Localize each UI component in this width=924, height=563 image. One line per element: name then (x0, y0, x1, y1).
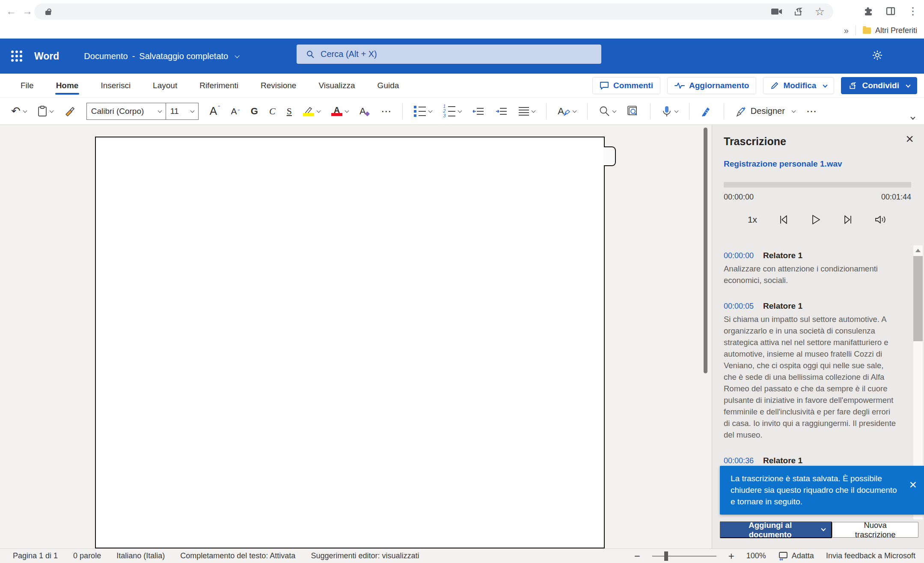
app-launcher-icon[interactable] (11, 51, 22, 62)
undo-button[interactable]: ↶ (11, 104, 27, 118)
panel-close-icon[interactable]: × (906, 132, 914, 146)
font-size-select[interactable]: 11 (166, 103, 199, 120)
catch-up-button[interactable]: Aggiornamento (667, 77, 756, 94)
find-button[interactable] (599, 106, 616, 117)
comments-button[interactable]: Commenti (592, 77, 660, 94)
italic-button[interactable]: C (269, 106, 276, 117)
decrease-indent-button[interactable] (472, 107, 484, 116)
tab-guida[interactable]: Guida (376, 74, 401, 97)
language-status[interactable]: Italiano (Italia) (116, 551, 165, 560)
recording-file-link[interactable]: Registrazione personale 1.wav (724, 159, 842, 169)
browser-menu-icon[interactable]: ⋮ (908, 5, 918, 17)
transcript-entry[interactable]: 00:00:36 Relatore 1 (724, 456, 898, 465)
text-effects-button[interactable]: A◆ (359, 105, 370, 117)
settings-gear-icon[interactable] (871, 49, 883, 61)
designer-button[interactable]: Designer (735, 106, 795, 117)
bold-button[interactable]: G (251, 106, 258, 117)
zoom-slider-thumb[interactable] (664, 551, 668, 561)
forward-icon[interactable]: → (22, 5, 33, 17)
bookmark-star-icon[interactable]: ☆ (815, 7, 825, 16)
playback-progress-bar[interactable] (724, 182, 911, 188)
highlight-button[interactable] (303, 106, 320, 116)
other-bookmarks[interactable]: Altri Preferiti (875, 26, 917, 35)
add-to-document-button[interactable]: Aggiungi al documento (720, 521, 832, 538)
tab-riferimenti[interactable]: Riferimenti (198, 74, 240, 97)
paste-button[interactable] (38, 106, 53, 117)
entry-timestamp[interactable]: 00:00:05 (724, 302, 754, 311)
format-painter-button[interactable] (64, 106, 75, 117)
tab-visualizza[interactable]: Visualizza (317, 74, 357, 97)
word-count[interactable]: 0 parole (73, 551, 101, 560)
entry-speaker: Relatore 1 (763, 251, 802, 260)
zoom-slider[interactable] (652, 556, 716, 557)
transcription-panel: Trascrizione × Registrazione personale 1… (712, 125, 924, 548)
skip-forward-icon[interactable] (842, 214, 853, 225)
font-color-button[interactable]: A (331, 106, 348, 116)
editing-mode-button[interactable]: Modifica (763, 77, 834, 94)
fit-to-page-button[interactable]: Adatta (778, 551, 814, 561)
numbered-list-button[interactable]: 1 2 3 (443, 105, 461, 117)
tab-layout[interactable]: Layout (151, 74, 179, 97)
address-bar[interactable]: ☆ (34, 3, 833, 20)
editor-suggestions-status[interactable]: Suggerimenti editor: visualizzati (311, 551, 419, 560)
document-page[interactable] (95, 137, 605, 548)
chevron-down-icon[interactable] (235, 53, 240, 58)
document-title[interactable]: Documento (84, 51, 128, 61)
underline-button[interactable]: S (287, 106, 292, 117)
shrink-font-button[interactable]: Aˆ (231, 106, 239, 116)
pencil-icon (770, 81, 779, 90)
text-completion-status[interactable]: Completamento del testo: Attivata (180, 551, 295, 560)
back-icon[interactable]: ← (6, 5, 16, 17)
immersive-reader-button[interactable] (627, 105, 639, 117)
increase-indent-button[interactable] (496, 107, 508, 116)
extensions-icon[interactable] (863, 6, 873, 16)
camera-icon[interactable] (771, 8, 782, 15)
share-icon[interactable] (793, 6, 804, 17)
bullet-list-button[interactable] (414, 106, 432, 117)
scroll-up-arrow-icon[interactable] (915, 249, 921, 252)
dictate-button[interactable] (662, 105, 678, 117)
tab-file[interactable]: File (19, 74, 36, 97)
play-icon[interactable] (810, 214, 821, 225)
more-font-options-button[interactable]: ⋯ (381, 105, 391, 117)
tab-revisione[interactable]: Revisione (259, 74, 298, 97)
toast-close-icon[interactable]: × (909, 479, 917, 490)
entry-timestamp[interactable]: 00:00:00 (724, 251, 754, 260)
zoom-level[interactable]: 100% (746, 551, 766, 560)
volume-icon[interactable] (874, 214, 887, 225)
margin-comment-tab[interactable] (604, 146, 616, 166)
entry-text[interactable]: Analizzare con attenzione i condizioname… (724, 263, 898, 286)
styles-button[interactable]: A (558, 106, 576, 117)
title-separator: - (132, 51, 135, 61)
document-title-bar[interactable]: Documento - Salvataggio completato (84, 51, 239, 61)
feedback-link[interactable]: Invia feedback a Microsoft (826, 551, 915, 560)
collapse-ribbon-icon[interactable] (910, 115, 915, 119)
app-name[interactable]: Word (34, 51, 59, 62)
entry-timestamp[interactable]: 00:00:36 (724, 456, 754, 465)
font-name-select[interactable]: Calibri (Corpo) (86, 103, 166, 120)
zoom-out-button[interactable]: − (634, 550, 640, 562)
page-count[interactable]: Pagina 1 di 1 (13, 551, 58, 560)
lock-icon[interactable] (45, 11, 51, 15)
side-panel-icon[interactable] (885, 6, 896, 16)
more-toolbar-button[interactable]: ⋯ (806, 105, 817, 117)
zoom-in-button[interactable]: + (728, 550, 734, 562)
tab-home[interactable]: Home (54, 74, 80, 97)
playback-rate-button[interactable]: 1x (748, 214, 757, 225)
transcript-entry[interactable]: 00:00:05 Relatore 1 Si chiama un impatto… (724, 301, 898, 441)
skip-back-icon[interactable] (778, 214, 789, 225)
transcript-entry[interactable]: 00:00:00 Relatore 1 Analizzare con atten… (724, 251, 898, 286)
search-input[interactable]: Cerca (Alt + X) (297, 45, 601, 64)
new-transcription-button[interactable]: Nuova trascrizione (832, 522, 918, 538)
activity-pulse-icon (674, 82, 685, 89)
bookmarks-overflow-icon[interactable]: » (844, 26, 849, 36)
share-button[interactable]: Condividi (841, 77, 917, 94)
document-scrollbar[interactable] (704, 128, 707, 373)
grow-font-button[interactable]: Aˆ (210, 104, 220, 118)
editor-button[interactable] (701, 106, 713, 117)
panel-scrollbar-thumb[interactable] (913, 256, 923, 341)
entry-text[interactable]: Si chiama un impatto sul settore automot… (724, 313, 898, 441)
alignment-button[interactable] (519, 107, 535, 116)
tab-inserisci[interactable]: Inserisci (99, 74, 132, 97)
save-status[interactable]: Salvataggio completato (139, 51, 228, 61)
